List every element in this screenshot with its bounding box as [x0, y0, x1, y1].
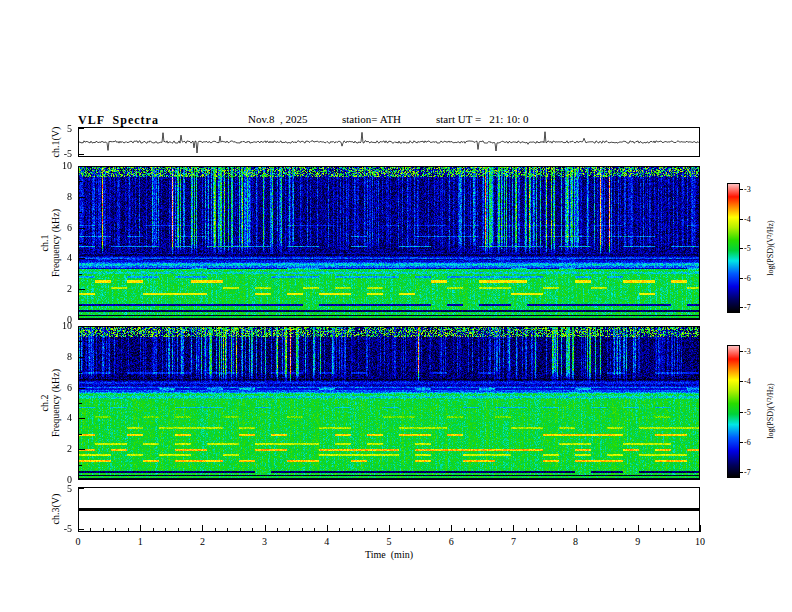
- x-minor-tick-mark: [489, 528, 490, 532]
- y-tick-label: 2: [50, 283, 72, 294]
- y-tick-label: 10: [50, 320, 72, 331]
- y-tick-mark: [79, 228, 85, 229]
- colorbar-2-label-text: log(PSD)(V²/Hz): [765, 383, 776, 438]
- y-tick-mark: [79, 197, 85, 198]
- x-minor-tick-mark: [240, 528, 241, 532]
- x-minor-tick-mark: [165, 528, 166, 532]
- y-tick-label: 5: [48, 123, 72, 134]
- y-tick-mark: [79, 154, 84, 155]
- x-minor-tick-mark: [501, 528, 502, 532]
- colorbar-tick-label: -4: [744, 214, 762, 225]
- x-minor-tick-mark: [538, 528, 539, 532]
- x-minor-tick-mark: [128, 528, 129, 532]
- colorbar-1-label: log(PSD)(V²/Hz): [765, 220, 776, 275]
- y-minor-tick-mark: [79, 434, 82, 435]
- x-minor-tick-mark: [675, 528, 676, 532]
- ch1-spec-ylabel: ch.1 Frequency (kHz): [39, 209, 61, 277]
- y-tick-mark: [79, 326, 85, 327]
- x-minor-tick-mark: [178, 528, 179, 532]
- y-tick-mark: [79, 479, 85, 480]
- x-minor-tick-mark: [464, 528, 465, 532]
- y-tick-label: -5: [48, 523, 72, 534]
- ch2-spec-ylabel-line1: ch.2: [39, 369, 50, 437]
- ch1-spectrogram-canvas: [79, 167, 699, 319]
- ch3-trace: [79, 508, 699, 511]
- ch3-wave-ylabel: ch.3(V): [50, 494, 61, 525]
- y-tick-mark: [79, 357, 85, 358]
- colorbar-tick-label: -3: [744, 346, 762, 357]
- x-tick-label: 0: [68, 536, 88, 547]
- ch2-spectrogram-canvas: [79, 327, 699, 479]
- y-tick-mark: [79, 488, 84, 489]
- x-tick-label: 9: [628, 536, 648, 547]
- x-minor-tick-mark: [215, 528, 216, 532]
- x-tick-mark: [327, 525, 328, 532]
- x-tick-mark: [700, 525, 701, 532]
- x-tick-mark: [389, 525, 390, 532]
- ch2-spec-ylabel-line2: Frequency (kHz): [50, 369, 61, 437]
- x-tick-label: 5: [379, 536, 399, 547]
- colorbar-tick-label: -6: [744, 437, 762, 448]
- x-minor-tick-mark: [364, 528, 365, 532]
- x-minor-tick-mark: [227, 528, 228, 532]
- x-minor-tick-mark: [414, 528, 415, 532]
- y-tick-label: 6: [50, 382, 72, 393]
- x-minor-tick-mark: [650, 528, 651, 532]
- x-tick-mark: [265, 525, 266, 532]
- y-minor-tick-mark: [79, 403, 82, 404]
- x-minor-tick-mark: [551, 528, 552, 532]
- colorbar-tick-mark: [740, 278, 743, 279]
- x-minor-tick-mark: [377, 528, 378, 532]
- x-minor-tick-mark: [401, 528, 402, 532]
- colorbar-tick-mark: [740, 307, 743, 308]
- y-tick-label: 5: [48, 483, 72, 494]
- colorbar-tick-mark: [740, 472, 743, 473]
- colorbar-tick-mark: [740, 351, 743, 352]
- y-minor-tick-mark: [79, 465, 82, 466]
- y-minor-tick-mark: [79, 305, 82, 306]
- colorbar-tick-label: -5: [744, 243, 762, 254]
- colorbar-2: [727, 345, 740, 478]
- colorbar-tick-label: -5: [744, 407, 762, 418]
- colorbar-tick-label: -6: [744, 273, 762, 284]
- ch1-waveform-canvas: [79, 128, 699, 156]
- station-label: station= ATH: [342, 113, 401, 125]
- ch1-spec-ylabel-line2: Frequency (kHz): [50, 209, 61, 277]
- x-minor-tick-mark: [476, 528, 477, 532]
- y-minor-tick-mark: [79, 212, 82, 213]
- colorbar-1: [727, 183, 740, 313]
- colorbar-tick-mark: [740, 442, 743, 443]
- x-tick-mark: [576, 525, 577, 532]
- y-tick-label: 4: [50, 252, 72, 263]
- y-tick-mark: [79, 388, 85, 389]
- colorbar-tick-label: -3: [744, 184, 762, 195]
- x-minor-tick-mark: [115, 528, 116, 532]
- ch2-spec-ylabel: ch.2 Frequency (kHz): [39, 369, 61, 437]
- figure-title: VLF Spectra: [78, 113, 159, 128]
- x-tick-label: 4: [317, 536, 337, 547]
- ch1-spec-ylabel-line1: ch.1: [39, 209, 50, 277]
- y-tick-mark: [79, 258, 85, 259]
- y-tick-label: 8: [50, 351, 72, 362]
- x-axis-title: Time (min): [78, 549, 700, 560]
- ch1-waveform-panel: [78, 127, 700, 157]
- colorbar-tick-mark: [740, 219, 743, 220]
- colorbar-tick-mark: [740, 189, 743, 190]
- x-minor-tick-mark: [563, 528, 564, 532]
- x-minor-tick-mark: [277, 528, 278, 532]
- x-minor-tick-mark: [688, 528, 689, 532]
- start-ut-label: start UT = 21: 10: 0: [436, 113, 528, 125]
- colorbar-tick-mark: [740, 412, 743, 413]
- y-tick-label: 10: [50, 160, 72, 171]
- x-minor-tick-mark: [600, 528, 601, 532]
- ch1-spectrogram-panel: [78, 166, 700, 320]
- colorbar-2-label: log(PSD)(V²/Hz): [765, 383, 776, 438]
- y-tick-mark: [79, 529, 84, 530]
- x-minor-tick-mark: [613, 528, 614, 532]
- y-minor-tick-mark: [79, 181, 82, 182]
- x-tick-mark: [451, 525, 452, 532]
- colorbar-tick-label: -7: [744, 467, 762, 478]
- x-tick-mark: [513, 525, 514, 532]
- y-tick-mark: [79, 449, 85, 450]
- x-tick-label: 10: [690, 536, 710, 547]
